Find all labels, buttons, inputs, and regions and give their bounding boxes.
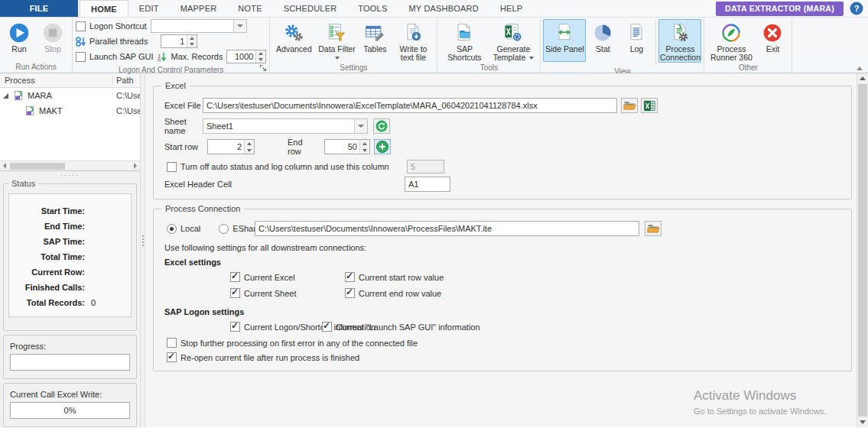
vertical-scrollbar[interactable] (857, 73, 868, 427)
scroll-down-arrow-icon[interactable] (860, 420, 866, 424)
scroll-up-arrow-icon[interactable] (860, 76, 866, 80)
tree-col-process[interactable]: Process (0, 76, 112, 85)
log-label: Log (630, 45, 644, 54)
start-row-stepper[interactable]: 2 (207, 139, 255, 154)
status-label: Finished Calls: (12, 283, 91, 292)
local-radio[interactable] (167, 224, 177, 234)
group-label-settings: Settings (270, 63, 437, 73)
tree-horizontal-scrollbar[interactable] (0, 160, 140, 170)
current-launch-sap-gui-checkbox[interactable] (322, 322, 332, 332)
logon-shortcut-checkbox[interactable] (76, 21, 86, 31)
current-end-row-checkbox[interactable] (345, 288, 355, 298)
start-row-value: 2 (208, 140, 244, 154)
stat-button[interactable]: Stat (586, 19, 619, 62)
max-records-value: 1000 (227, 50, 255, 63)
sap-shortcuts-button[interactable]: SAP Shortcuts (440, 19, 489, 63)
tab-my-dashboard[interactable]: MY DASHBOARD (398, 0, 489, 17)
end-row-value: 50 (325, 140, 359, 154)
eshare-radio[interactable] (219, 224, 229, 234)
exit-button[interactable]: Exit (756, 19, 789, 62)
chevron-down-icon (358, 125, 364, 128)
tree-row-mara[interactable]: MARA C:\Use (0, 88, 140, 103)
ribbon-collapse-chevron-icon[interactable] (857, 66, 863, 70)
spin-up-icon (190, 37, 194, 40)
open-excel-button[interactable] (641, 98, 658, 113)
turnoff-auto-status-checkbox[interactable] (167, 162, 177, 172)
process-connection-button[interactable]: Process Connection (658, 19, 701, 63)
side-panel-button[interactable]: Side Panel (543, 19, 586, 62)
current-launch-sap-gui-label: Current "Launch SAP GUI" information (336, 323, 480, 332)
data-filter-button[interactable]: Data Filter (315, 19, 358, 63)
stop-on-error-checkbox[interactable] (167, 338, 177, 348)
scroll-right-arrow-icon[interactable] (131, 163, 140, 169)
stop-label: Stop (44, 45, 61, 54)
process-runner-360-button[interactable]: Process Runner 360 (707, 19, 756, 63)
end-row-stepper[interactable]: 50 (324, 139, 370, 154)
max-records-stepper[interactable]: 1000 (226, 50, 266, 63)
run-button[interactable]: Run (2, 19, 36, 62)
combo-arrow-button[interactable] (354, 119, 367, 133)
excel-header-cell-input[interactable]: A1 (405, 177, 450, 192)
status-title: Status (8, 179, 38, 188)
log-button[interactable]: Log (619, 19, 653, 62)
launch-sap-gui-checkbox[interactable] (76, 52, 86, 62)
tree-col-path[interactable]: Path (112, 76, 140, 85)
group-settings: Advanced Data Filter (270, 18, 437, 73)
tree-row-makt[interactable]: MAKT C:\Use (0, 103, 140, 118)
process-file-path-input[interactable]: C:\Users\testuser\Documents\Innowera\Pro… (255, 221, 639, 236)
tab-help[interactable]: HELP (489, 0, 534, 17)
data-extractor-badge: DATA EXTRACTOR (MARA) (716, 2, 844, 16)
current-logon-shortcut-checkbox[interactable] (230, 322, 240, 332)
group-view: Side Panel Stat Log (541, 18, 704, 73)
sheet-name-combo[interactable]: Sheet1 (203, 118, 368, 134)
scroll-thumb[interactable] (10, 163, 65, 170)
combo-arrow-button[interactable] (233, 20, 246, 32)
stepper-arrows[interactable] (187, 35, 197, 47)
status-column-input: 5 (407, 160, 444, 173)
tree-expander-icon[interactable] (3, 93, 8, 99)
reopen-file-checkbox[interactable] (167, 352, 177, 362)
refresh-sheets-button[interactable] (373, 118, 390, 134)
group-divider (655, 21, 656, 65)
stepper-arrows[interactable] (244, 140, 254, 154)
current-excel-checkbox[interactable] (230, 272, 240, 282)
stepper-arrows[interactable] (255, 50, 265, 63)
stepper-arrows[interactable] (359, 140, 369, 154)
vertical-splitter-handle[interactable] (142, 235, 144, 246)
browse-process-file-button[interactable] (645, 221, 662, 236)
scroll-left-arrow-icon[interactable] (0, 163, 9, 169)
current-sheet-checkbox[interactable] (230, 288, 240, 298)
current-start-row-checkbox[interactable] (345, 272, 355, 282)
spin-down-icon (362, 149, 367, 152)
tab-scheduler[interactable]: SCHEDULER (273, 0, 348, 17)
local-radio-label: Local (180, 224, 200, 233)
browse-excel-file-button[interactable] (621, 98, 638, 113)
parallel-threads-stepper[interactable]: 1 (161, 34, 197, 48)
advanced-button[interactable]: Advanced (272, 19, 315, 62)
tables-button[interactable]: Tables (358, 19, 392, 62)
tab-home[interactable]: HOME (80, 0, 128, 17)
add-rows-button[interactable] (374, 139, 391, 154)
svg-text:?: ? (854, 4, 860, 13)
stop-button[interactable]: Stop (36, 19, 70, 62)
status-label: End Time: (12, 222, 91, 231)
advanced-label: Advanced (276, 45, 312, 54)
process-tree: Process Path MARA C:\Use (0, 73, 140, 171)
scroll-thumb[interactable] (858, 84, 867, 417)
excel-header-cell-label: Excel Header Cell (164, 180, 249, 189)
write-to-text-file-button[interactable]: Write to text file (392, 19, 434, 63)
stat-label: Stat (596, 45, 610, 54)
group-tools: SAP Shortcuts Generate Template Tools (437, 18, 541, 73)
tab-mapper[interactable]: MAPPER (170, 0, 228, 17)
tab-tools[interactable]: TOOLS (347, 0, 398, 17)
logon-shortcut-combo[interactable] (151, 19, 247, 33)
generate-template-button[interactable]: Generate Template (489, 19, 538, 63)
tab-edit[interactable]: EDIT (128, 0, 170, 17)
tab-file[interactable]: FILE (0, 0, 78, 17)
excel-file-input[interactable]: C:\Users\testuser\Documents\Innowera\Exc… (203, 98, 617, 113)
dialog-launcher-icon[interactable] (259, 64, 267, 72)
help-button[interactable]: ? (850, 2, 863, 15)
process-connection-label: Process Connection (660, 45, 701, 62)
chevron-down-icon (237, 24, 243, 28)
tab-note[interactable]: NOTE (227, 0, 272, 17)
